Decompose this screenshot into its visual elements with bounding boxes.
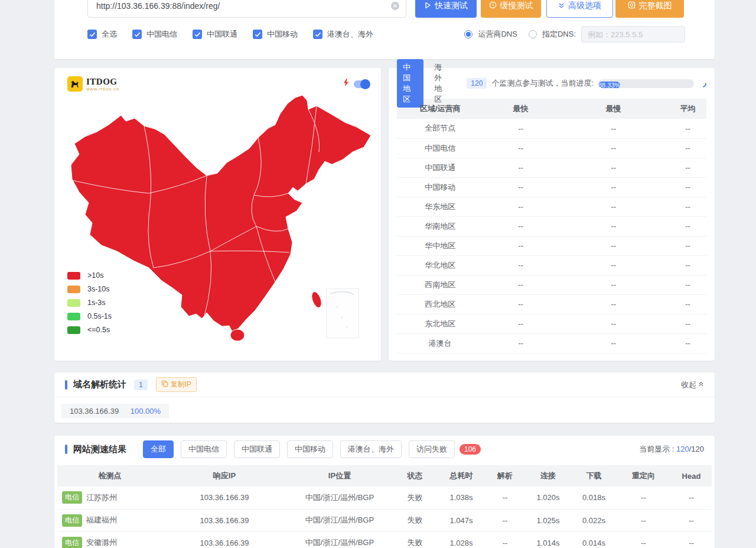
options-row: 全选 中国电信 中国联通 中国移动 港澳台、海外 运营商DNS 指 — [87, 25, 685, 44]
url-input[interactable] — [88, 1, 390, 11]
tab-china-mobile[interactable]: 中国移动 — [287, 440, 333, 458]
tab-china-telecom[interactable]: 中国电信 — [181, 440, 227, 458]
lightning-icon — [343, 79, 349, 89]
col-total-time: 总耗时 — [437, 465, 485, 487]
radio-custom-dns-label: 指定DNS: — [542, 29, 576, 40]
legend-label: 3s-10s — [87, 285, 110, 293]
region-name: 全部节点 — [397, 119, 484, 138]
full-screenshot-button[interactable]: 完整截图 — [615, 0, 684, 18]
speed-results-table: 检测点 响应IP IP位置 状态 总耗时 解析 连接 下载 重定向 Head 电… — [57, 465, 712, 548]
loading-spinner-icon — [697, 78, 708, 89]
radio-custom-dns[interactable] — [529, 30, 537, 38]
tab-hk-mo-tw-overseas[interactable]: 港澳台、海外 — [340, 440, 402, 458]
legend-label: >10s — [87, 271, 103, 280]
average-value: -- — [669, 333, 706, 353]
checkbox-checked-icon — [193, 30, 202, 39]
region-name: 东北地区 — [397, 314, 484, 333]
slowest-value: -- — [558, 255, 669, 275]
region-name: 中国电信 — [397, 138, 484, 158]
checkbox-select-all[interactable]: 全选 — [87, 29, 117, 40]
table-row: 华北地区------ — [397, 255, 706, 275]
map-legend: >10s 3s-10s 1s-3s 0.5s-1s <=0.5s — [67, 271, 112, 334]
copy-ip-button[interactable]: 复制IP — [156, 377, 197, 392]
total-time: 1.047s — [437, 509, 485, 531]
checkbox-label: 中国电信 — [146, 29, 177, 40]
legend-swatch — [67, 313, 80, 320]
legend-swatch — [67, 272, 80, 280]
response-ip: 103.36.166.39 — [162, 487, 286, 509]
checkbox-china-telecom[interactable]: 中国电信 — [132, 29, 177, 40]
tab-china-unicom[interactable]: 中国联通 — [234, 440, 280, 458]
fastest-value: -- — [484, 333, 558, 353]
table-row: 中国移动------ — [397, 177, 706, 197]
average-value: -- — [669, 255, 706, 275]
col-response-ip: 响应IP — [162, 465, 286, 487]
col-redirect: 重定向 — [616, 465, 671, 487]
node-name: 福建福州 — [86, 515, 117, 526]
tab-overseas-region[interactable]: 海外地区 — [428, 59, 455, 108]
isp-badge: 电信 — [62, 514, 82, 527]
slowest-value: -- — [558, 333, 669, 353]
south-china-sea-inset — [326, 288, 359, 338]
redirect-time: -- — [616, 509, 671, 531]
table-row: 西北地区------ — [397, 294, 706, 314]
isp-badge: 电信 — [62, 537, 82, 548]
progress-fill: 88.33% — [598, 82, 620, 88]
region-name: 中国联通 — [397, 158, 484, 177]
legend-swatch — [67, 326, 80, 334]
slow-test-button[interactable]: 缓慢测试 — [481, 0, 541, 18]
tab-access-failed[interactable]: 访问失败 — [409, 440, 455, 458]
table-row: 电信安徽滁州 103.36.166.39 中国/浙江/温州/BGP 失败 1.0… — [57, 531, 712, 548]
status-value: 失败 — [393, 509, 437, 531]
slowest-value: -- — [558, 294, 669, 314]
radio-isp-dns[interactable] — [464, 30, 472, 38]
tab-all[interactable]: 全部 — [143, 440, 174, 458]
connect-time: 1.025s — [524, 509, 572, 531]
region-stats-header: 中国地区 海外地区 120 个监测点参与测试，当前进度: 88.33% — [389, 68, 715, 99]
dns-stats-header: 域名解析统计 1 复制IP 收起 — [54, 372, 715, 397]
clear-input-icon[interactable] — [390, 1, 400, 11]
average-value: -- — [669, 216, 706, 236]
ip-location: 中国/浙江/温州/BGP — [286, 531, 393, 548]
table-row: 西南地区------ — [397, 275, 706, 294]
legend-label: <=0.5s — [87, 326, 110, 334]
full-screenshot-label: 完整截图 — [639, 1, 672, 11]
custom-dns-input[interactable] — [581, 26, 685, 43]
dns-stats-title: 域名解析统计 — [73, 379, 126, 390]
toggle-knob — [360, 79, 370, 89]
dns-stats-panel: 域名解析统计 1 复制IP 收起 103.36.166.39 100.00% — [54, 372, 715, 423]
quick-test-button[interactable]: 快速测试 — [415, 0, 477, 18]
map-tools — [343, 79, 369, 89]
checkbox-china-mobile[interactable]: 中国移动 — [253, 29, 298, 40]
region-name: 华北地区 — [397, 255, 484, 275]
average-value: -- — [669, 197, 706, 216]
display-total: /120 — [689, 445, 704, 453]
resolved-ip: 103.36.166.39 — [70, 407, 119, 416]
region-name: 华南地区 — [397, 216, 484, 236]
table-row: 电信江苏苏州 103.36.166.39 中国/浙江/温州/BGP 失败 1.0… — [57, 487, 712, 509]
checkbox-china-unicom[interactable]: 中国联通 — [193, 29, 237, 40]
double-chevron-down-icon — [558, 1, 565, 11]
tab-china-region[interactable]: 中国地区 — [397, 59, 423, 108]
advanced-options-button[interactable]: 高级选项 — [546, 0, 613, 18]
table-row: 电信福建福州 103.36.166.39 中国/浙江/温州/BGP 失败 1.0… — [57, 509, 712, 531]
dns-option-group: 运营商DNS 指定DNS: — [464, 26, 685, 43]
speed-results-panel: 网站测速结果 全部 中国电信 中国联通 中国移动 港澳台、海外 访问失败 106… — [54, 436, 715, 548]
collapse-link[interactable]: 收起 — [681, 380, 704, 390]
region-name: 华中地区 — [397, 236, 484, 255]
head-time: -- — [671, 509, 712, 531]
checkbox-hk-mo-tw-overseas[interactable]: 港澳台、海外 — [313, 29, 373, 40]
result-filter-tabs: 全部 中国电信 中国联通 中国移动 港澳台、海外 访问失败 106 — [136, 440, 481, 458]
quick-test-label: 快速测试 — [435, 1, 468, 11]
table-row: 华南地区------ — [397, 216, 706, 236]
head-time: -- — [671, 531, 712, 548]
map-mode-toggle[interactable] — [354, 80, 369, 88]
download-time: 0.018s — [572, 487, 616, 509]
dns-entry-chip: 103.36.166.39 100.00% — [61, 404, 169, 419]
col-connect: 连接 — [524, 465, 572, 487]
col-node: 检测点 — [57, 465, 162, 487]
fastest-value: -- — [484, 294, 558, 314]
download-time: 0.014s — [572, 531, 616, 548]
slowest-value: -- — [558, 216, 669, 236]
head-time: -- — [671, 487, 712, 509]
